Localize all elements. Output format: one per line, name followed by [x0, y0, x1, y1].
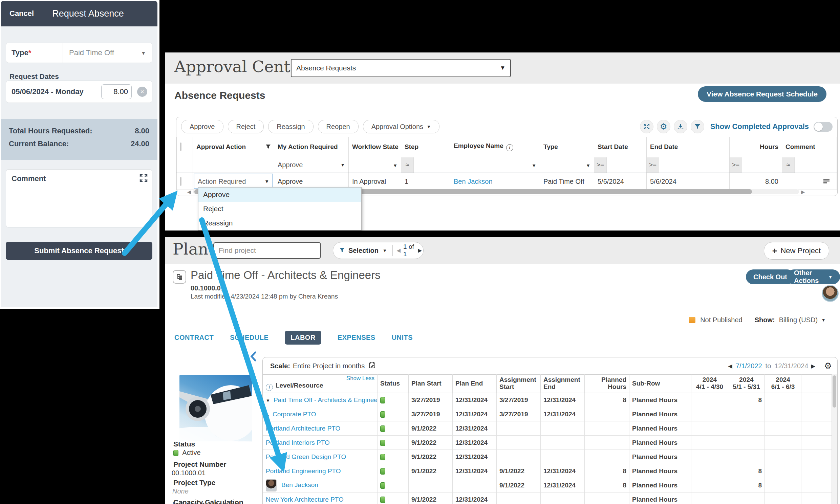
- period-cell[interactable]: [691, 478, 728, 492]
- grid-row-ben-jackson[interactable]: Ben Jackson 9/1/2022 12/31/2024 8 Planne…: [263, 478, 832, 492]
- col-step[interactable]: Step: [401, 137, 450, 157]
- pager-next-icon[interactable]: ▶: [418, 248, 422, 253]
- date-row[interactable]: 05/06/2024 - Monday 8.00 ×: [6, 80, 153, 103]
- caret-right-icon[interactable]: ▶: [266, 412, 269, 417]
- col-employee-name[interactable]: Employee Namei: [450, 137, 540, 157]
- new-project-button[interactable]: + New Project: [764, 242, 829, 259]
- period-cell[interactable]: 8: [728, 464, 765, 478]
- show-value[interactable]: Billing (USD): [779, 316, 818, 324]
- col-end-date[interactable]: End Date: [647, 137, 730, 157]
- show-completed-toggle[interactable]: [814, 122, 833, 132]
- grid-row-portland-interiors[interactable]: Portland Interiors PTO 9/1/2022 12/31/20…: [263, 436, 832, 450]
- resource-link[interactable]: New York Architecture PTO: [266, 496, 344, 503]
- period-cell[interactable]: [765, 436, 801, 450]
- settings-gear-icon[interactable]: ⚙: [657, 120, 671, 133]
- info-icon[interactable]: i: [266, 384, 273, 391]
- filter-step[interactable]: ≈: [401, 157, 450, 173]
- resource-link[interactable]: Portland Engineering PTO: [266, 467, 341, 474]
- caret-down-icon[interactable]: ▼: [266, 398, 270, 403]
- range-next-icon[interactable]: ▶: [811, 363, 815, 369]
- tab-labor[interactable]: LABOR: [285, 331, 321, 345]
- select-all-checkbox[interactable]: [180, 143, 181, 151]
- filter-employee[interactable]: ▼: [450, 157, 540, 173]
- period-cell[interactable]: [691, 450, 728, 464]
- download-icon[interactable]: [674, 120, 687, 133]
- grid-row-new-york-architecture[interactable]: New York Architecture PTO 9/1/2022 12/31…: [263, 492, 832, 504]
- period-cell[interactable]: 8: [728, 478, 765, 492]
- info-icon[interactable]: i: [506, 144, 513, 151]
- period-cell[interactable]: [765, 407, 801, 421]
- scroll-left-icon[interactable]: ◀: [187, 189, 191, 195]
- period-cell[interactable]: [728, 421, 765, 436]
- comment-lines-icon[interactable]: [823, 178, 829, 185]
- chevron-down-icon[interactable]: ▼: [382, 248, 387, 253]
- col-comment[interactable]: Comment: [782, 137, 820, 157]
- show-less-link[interactable]: Show Less: [346, 375, 374, 382]
- period-cell[interactable]: [765, 421, 801, 436]
- submit-absence-request-button[interactable]: Submit Absence Request: [6, 242, 153, 260]
- period-cell[interactable]: [691, 421, 728, 436]
- other-actions-button[interactable]: Other Actions▼: [787, 269, 840, 284]
- chevron-down-icon[interactable]: ▼: [141, 50, 146, 56]
- grid-row-corporate-pto[interactable]: ▶Corporate PTO 3/27/2019 12/31/2024 3/27…: [263, 407, 832, 421]
- period-cell[interactable]: [691, 436, 728, 450]
- row-checkbox[interactable]: [180, 177, 181, 186]
- pager-prev-icon[interactable]: ◀: [397, 248, 401, 253]
- gte-operator[interactable]: >=: [730, 157, 742, 173]
- reassign-button[interactable]: Reassign: [268, 120, 313, 133]
- calendar-edit-icon[interactable]: [369, 362, 375, 370]
- period-cell[interactable]: [691, 393, 728, 407]
- filter-end-date[interactable]: >=: [647, 157, 730, 173]
- approve-button[interactable]: Approve: [181, 120, 224, 133]
- resource-link[interactable]: Portland Architecture PTO: [266, 425, 340, 432]
- resource-link[interactable]: Corporate PTO: [272, 411, 316, 418]
- view-absence-request-schedule-button[interactable]: View Absence Request Schedule: [698, 86, 826, 102]
- column-filter-funnel-icon[interactable]: [266, 145, 270, 150]
- period-cell[interactable]: [691, 492, 728, 504]
- col-start-date[interactable]: Start Date: [594, 137, 647, 157]
- filter-workflow[interactable]: ▼: [349, 157, 401, 173]
- filter-funnel-icon[interactable]: [691, 120, 704, 133]
- tab-schedule[interactable]: SCHEDULE: [230, 334, 268, 342]
- col-workflow-state[interactable]: Workflow State: [349, 137, 401, 157]
- vertical-scrollbar[interactable]: [832, 374, 837, 504]
- approval-options-button[interactable]: Approval Options▼: [363, 120, 440, 133]
- collapse-sidebar-icon[interactable]: [250, 352, 257, 363]
- col-hours[interactable]: Hours: [730, 137, 782, 157]
- filter-approval-action[interactable]: [193, 157, 274, 173]
- user-avatar[interactable]: [822, 285, 839, 302]
- remove-date-icon[interactable]: ×: [137, 87, 147, 97]
- menu-item-reassign[interactable]: Reassign: [198, 216, 361, 230]
- tab-contract[interactable]: CONTRACT: [174, 334, 214, 342]
- resource-link[interactable]: Paid Time Off - Architects & Engineers: [273, 396, 377, 403]
- resource-link[interactable]: Ben Jackson: [281, 481, 318, 488]
- col-my-action-required[interactable]: My Action Required: [274, 137, 349, 157]
- menu-item-reject[interactable]: Reject: [198, 202, 361, 216]
- find-project-input[interactable]: [213, 242, 321, 259]
- period-cell[interactable]: [728, 436, 765, 450]
- reject-button[interactable]: Reject: [228, 120, 264, 133]
- grid-row-portland-engineering[interactable]: Portland Engineering PTO 9/1/2022 12/31/…: [263, 464, 832, 478]
- range-to-date[interactable]: 12/31/2024: [774, 362, 808, 370]
- reopen-button[interactable]: Reopen: [318, 120, 359, 133]
- period-cell[interactable]: [691, 407, 728, 421]
- filter-my-action[interactable]: Approve▼: [274, 157, 349, 173]
- resource-link[interactable]: Portland Interiors PTO: [266, 439, 330, 446]
- tab-expenses[interactable]: EXPENSES: [338, 334, 375, 342]
- period-cell[interactable]: [728, 450, 765, 464]
- filter-type[interactable]: ▼: [540, 157, 594, 173]
- range-from-date[interactable]: 7/1/2022: [736, 362, 762, 370]
- col-approval-action[interactable]: Approval Action: [193, 137, 274, 157]
- scroll-right-icon[interactable]: ▶: [801, 189, 805, 195]
- gte-operator[interactable]: >=: [594, 157, 607, 173]
- fullscreen-icon[interactable]: [640, 120, 654, 133]
- tab-units[interactable]: UNITS: [392, 334, 413, 342]
- grid-row-portland-green-design[interactable]: Portland Green Design PTO 9/1/2022 12/31…: [263, 450, 832, 464]
- type-field[interactable]: Type* Paid Time Off ▼: [6, 43, 153, 63]
- chevron-down-icon[interactable]: ▼: [821, 317, 826, 323]
- period-cell[interactable]: [728, 407, 765, 421]
- cancel-button[interactable]: Cancel: [10, 9, 34, 18]
- period-cell[interactable]: [765, 393, 801, 407]
- scrollbar-thumb[interactable]: [833, 375, 836, 408]
- hours-input[interactable]: 8.00: [101, 84, 132, 99]
